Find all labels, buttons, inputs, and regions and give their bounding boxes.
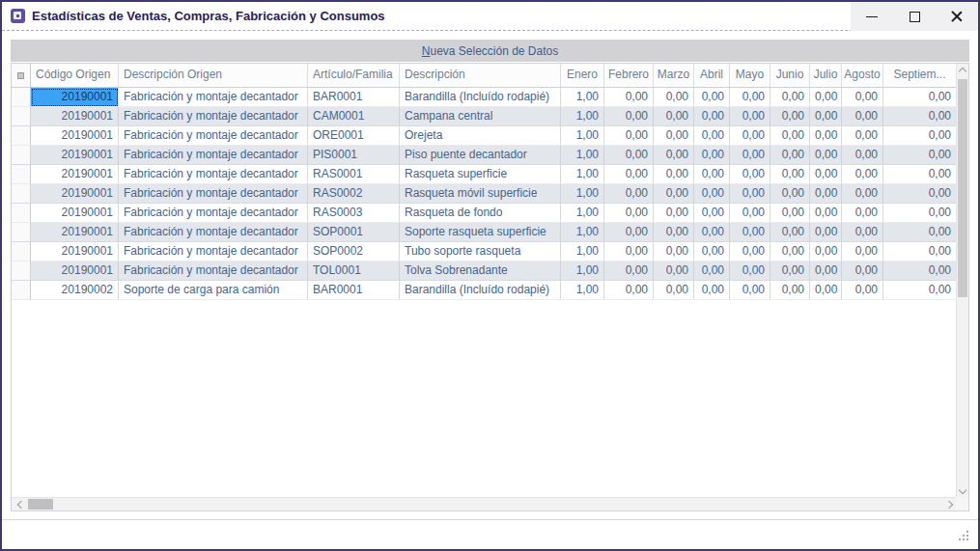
grid-cell[interactable]: Fabricación y montaje decantador bbox=[119, 242, 308, 262]
grid-cell[interactable]: 0,00 bbox=[604, 204, 654, 223]
grid-cell[interactable]: BAR0001 bbox=[308, 281, 400, 300]
grid-cell[interactable]: 20190001 bbox=[31, 223, 119, 242]
grid-cell[interactable]: 0,00 bbox=[730, 204, 770, 223]
grid-cell[interactable]: 0,00 bbox=[810, 262, 842, 281]
column-header[interactable]: Artículo/Familia bbox=[308, 64, 400, 87]
grid-cell[interactable]: 0,00 bbox=[730, 146, 770, 165]
grid-cell[interactable]: 0,00 bbox=[604, 88, 654, 107]
grid-cell[interactable]: 0,00 bbox=[883, 165, 956, 184]
grid-cell[interactable]: 0,00 bbox=[730, 262, 770, 281]
grid-cell[interactable]: 0,00 bbox=[842, 223, 883, 242]
grid-cell[interactable]: 0,00 bbox=[694, 262, 730, 281]
column-header[interactable]: Descripción bbox=[400, 64, 561, 87]
grid-cell[interactable]: 0,00 bbox=[694, 242, 730, 262]
row-indicator[interactable] bbox=[12, 184, 31, 204]
new-data-selection-button[interactable]: Nueva Selección de Datos bbox=[11, 40, 969, 62]
grid-cell[interactable]: 0,00 bbox=[842, 107, 883, 126]
grid-cell[interactable]: 0,00 bbox=[694, 184, 730, 204]
vertical-scrollbar[interactable] bbox=[956, 64, 968, 497]
grid-cell[interactable]: 0,00 bbox=[604, 126, 654, 146]
grid-cell[interactable]: BAR0001 bbox=[308, 88, 400, 107]
select-all-header[interactable] bbox=[12, 64, 31, 87]
grid-cell[interactable]: Fabricación y montaje decantador bbox=[119, 204, 308, 223]
row-indicator[interactable] bbox=[12, 281, 31, 300]
grid-cell[interactable]: 0,00 bbox=[842, 126, 883, 146]
grid-cell[interactable]: 0,00 bbox=[842, 204, 883, 223]
grid-cell[interactable]: 0,00 bbox=[654, 204, 694, 223]
grid-cell[interactable]: 0,00 bbox=[654, 126, 694, 146]
grid-cell[interactable]: 0,00 bbox=[883, 88, 956, 107]
grid-cell[interactable]: Soporte de carga para camión bbox=[119, 281, 308, 300]
grid-cell[interactable]: 1,00 bbox=[561, 146, 604, 165]
column-header[interactable]: Código Origen bbox=[31, 64, 119, 87]
scroll-down-button[interactable] bbox=[957, 484, 968, 497]
grid-cell[interactable]: 20190001 bbox=[31, 107, 119, 126]
grid-cell[interactable]: 1,00 bbox=[561, 126, 604, 146]
grid-cell[interactable]: 0,00 bbox=[694, 204, 730, 223]
grid-cell[interactable]: 0,00 bbox=[770, 107, 810, 126]
grid-cell[interactable]: 0,00 bbox=[654, 223, 694, 242]
grid-cell[interactable]: Piso puente decantador bbox=[400, 146, 561, 165]
grid-cell[interactable]: 20190002 bbox=[31, 281, 119, 300]
horizontal-scrollbar[interactable] bbox=[12, 497, 956, 510]
column-header[interactable]: Marzo bbox=[654, 64, 694, 87]
row-indicator[interactable] bbox=[12, 242, 31, 262]
grid-cell[interactable]: 0,00 bbox=[694, 88, 730, 107]
column-header[interactable]: Julio bbox=[810, 64, 842, 87]
horizontal-scrollbar-thumb[interactable] bbox=[28, 499, 53, 510]
grid-cell[interactable]: 0,00 bbox=[694, 223, 730, 242]
row-indicator[interactable] bbox=[12, 107, 31, 126]
grid-cell[interactable]: 0,00 bbox=[730, 107, 770, 126]
grid-cell[interactable]: 0,00 bbox=[694, 146, 730, 165]
scroll-right-button[interactable] bbox=[943, 498, 956, 510]
grid-cell[interactable]: 0,00 bbox=[883, 262, 956, 281]
grid-cell[interactable]: Fabricación y montaje decantador bbox=[119, 165, 308, 184]
grid-cell[interactable]: 0,00 bbox=[810, 146, 842, 165]
grid-cell[interactable]: 0,00 bbox=[842, 184, 883, 204]
grid-cell[interactable]: 0,00 bbox=[770, 146, 810, 165]
grid-cell[interactable]: 20190001 bbox=[31, 88, 119, 107]
grid-cell[interactable]: 1,00 bbox=[561, 281, 604, 300]
grid-cell[interactable]: 0,00 bbox=[604, 223, 654, 242]
grid-cell[interactable]: 0,00 bbox=[842, 281, 883, 300]
grid-cell[interactable]: 0,00 bbox=[730, 126, 770, 146]
grid-cell[interactable]: Rasqueta móvil superficie bbox=[400, 184, 561, 204]
grid-cell[interactable]: Tolva Sobrenadante bbox=[400, 262, 561, 281]
row-indicator[interactable] bbox=[12, 165, 31, 184]
grid-cell[interactable]: RAS0002 bbox=[308, 184, 400, 204]
grid-cell[interactable]: 0,00 bbox=[770, 242, 810, 262]
grid-cell[interactable]: 0,00 bbox=[810, 126, 842, 146]
grid-cell[interactable]: Tubo soporte rasqueta bbox=[400, 242, 561, 262]
grid-cell[interactable]: 0,00 bbox=[842, 165, 883, 184]
grid-cell[interactable]: 0,00 bbox=[883, 242, 956, 262]
minimize-button[interactable] bbox=[851, 2, 893, 31]
grid-cell[interactable]: RAS0003 bbox=[308, 204, 400, 223]
grid-cell[interactable]: Fabricación y montaje decantador bbox=[119, 88, 308, 107]
grid-cell[interactable]: 0,00 bbox=[810, 107, 842, 126]
grid-cell[interactable]: 0,00 bbox=[770, 204, 810, 223]
scroll-left-button[interactable] bbox=[14, 498, 26, 510]
grid-cell[interactable]: 0,00 bbox=[654, 146, 694, 165]
grid-cell[interactable]: 0,00 bbox=[883, 126, 956, 146]
grid-cell[interactable]: TOL0001 bbox=[308, 262, 400, 281]
grid-cell[interactable]: 0,00 bbox=[730, 223, 770, 242]
grid-cell[interactable]: ORE0001 bbox=[308, 126, 400, 146]
grid-cell[interactable]: 20190001 bbox=[31, 146, 119, 165]
grid-cell[interactable]: 0,00 bbox=[810, 204, 842, 223]
grid-cell[interactable]: 0,00 bbox=[604, 262, 654, 281]
grid-cell[interactable]: 0,00 bbox=[883, 223, 956, 242]
grid-cell[interactable]: Orejeta bbox=[400, 126, 561, 146]
grid-cell[interactable]: 20190001 bbox=[31, 262, 119, 281]
resize-grip-icon[interactable] bbox=[958, 531, 969, 542]
grid-cell[interactable]: 0,00 bbox=[654, 242, 694, 262]
grid-cell[interactable]: 0,00 bbox=[770, 184, 810, 204]
grid-cell[interactable]: 1,00 bbox=[561, 242, 604, 262]
grid-cell[interactable]: 0,00 bbox=[604, 107, 654, 126]
grid-cell[interactable]: 20190001 bbox=[31, 165, 119, 184]
grid-cell[interactable]: 0,00 bbox=[694, 126, 730, 146]
grid-cell[interactable]: SOP0001 bbox=[308, 223, 400, 242]
grid-cell[interactable]: 1,00 bbox=[561, 107, 604, 126]
grid-cell[interactable]: 1,00 bbox=[561, 204, 604, 223]
column-header[interactable]: Mayo bbox=[730, 64, 770, 87]
grid-cell[interactable]: 0,00 bbox=[810, 184, 842, 204]
